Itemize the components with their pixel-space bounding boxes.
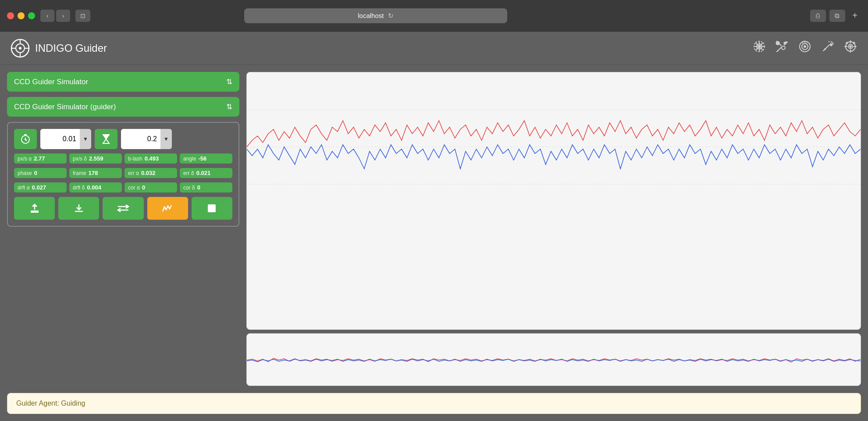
svg-point-18 — [804, 46, 806, 47]
exposure-aggressiveness-row: ▼ ▼ — [14, 129, 232, 149]
secondary-chart — [246, 333, 861, 386]
svg-line-19 — [823, 45, 829, 51]
header-tools: ✱ — [752, 39, 857, 57]
stat-pxs-alpha: px/s α 2.77 — [14, 153, 67, 164]
svg-text:✱: ✱ — [776, 41, 779, 46]
aggressiveness-input-wrap: ▼ — [121, 129, 172, 149]
guide-button[interactable] — [147, 197, 188, 220]
nav-buttons: ‹ › — [40, 10, 70, 22]
swap-button[interactable] — [103, 197, 143, 220]
guider-dropdown-label: CCD Guider Simulator (guider) — [14, 103, 116, 111]
close-traffic-light[interactable] — [7, 12, 14, 19]
logo-icon — [11, 39, 30, 58]
svg-point-38 — [25, 139, 26, 140]
svg-line-24 — [829, 41, 829, 42]
stat-drft-alpha: drft α 0.027 — [14, 182, 67, 193]
stat-grid-row1: px/s α 2.77 px/s δ 2.559 b-lash 0.493 an… — [14, 153, 232, 164]
camera-dropdown[interactable]: CCD Guider Simulator ⇅ — [7, 72, 239, 92]
browser-actions: ⎙ ⧉ + — [810, 10, 861, 22]
minimize-traffic-light[interactable] — [18, 12, 25, 19]
svg-line-14 — [777, 50, 779, 52]
left-panel: CCD Guider Simulator ⇅ CCD Guider Simula… — [7, 72, 239, 386]
stat-drft-delta: drft δ 0.004 — [69, 182, 122, 193]
camera-dropdown-label: CCD Guider Simulator — [14, 78, 88, 86]
timer-button[interactable] — [14, 129, 37, 149]
svg-line-22 — [832, 42, 833, 43]
svg-point-32 — [850, 46, 851, 47]
hourglass-button[interactable] — [95, 129, 117, 149]
exposure-input[interactable] — [40, 129, 80, 149]
status-bar: Guider Agent: Guiding — [7, 393, 861, 414]
svg-point-25 — [824, 48, 826, 50]
url-text: localhost — [358, 12, 384, 19]
app-title: INDIGO Guider — [35, 42, 107, 54]
sidebar-toggle-button[interactable]: ⊡ — [75, 10, 90, 22]
back-button[interactable]: ‹ — [40, 10, 54, 22]
address-bar[interactable]: localhost ↻ — [244, 8, 507, 23]
tools-icon[interactable]: ✱ — [775, 39, 789, 57]
share-button[interactable]: ⎙ — [810, 10, 826, 22]
wand-icon[interactable] — [821, 39, 835, 57]
main-chart-svg — [247, 72, 861, 221]
stat-cor-alpha: cor α 0 — [125, 182, 177, 193]
controls-box: ▼ ▼ px/s α — [7, 122, 239, 227]
svg-point-13 — [782, 46, 785, 50]
aggressiveness-arrow-down[interactable]: ▼ — [160, 129, 172, 149]
reload-button[interactable]: ↻ — [388, 12, 394, 20]
stat-err-delta: err δ 0.021 — [180, 168, 232, 178]
stat-grid-row2: phase 0 frame 178 err α 0.032 err δ 0.02… — [14, 168, 232, 178]
new-tab-button[interactable]: + — [849, 10, 861, 22]
browser-chrome: ‹ › ⊡ localhost ↻ ⎙ ⧉ + — [0, 0, 868, 32]
stat-angle: angle -56 — [180, 153, 232, 164]
stat-grid-row3: drft α 0.027 drft δ 0.004 cor α 0 cor δ … — [14, 182, 232, 193]
aggressiveness-input[interactable] — [121, 129, 160, 149]
upload-button[interactable] — [14, 197, 55, 220]
svg-rect-40 — [208, 204, 216, 212]
app-container: INDIGO Guider — [0, 32, 868, 421]
duplicate-button[interactable]: ⧉ — [829, 10, 845, 22]
stat-err-alpha: err α 0.032 — [125, 168, 177, 178]
target-icon[interactable] — [798, 39, 812, 57]
status-text: Guider Agent: Guiding — [16, 400, 85, 407]
crosshair-icon[interactable] — [843, 39, 857, 57]
exposure-arrow-down[interactable]: ▼ — [80, 129, 91, 149]
stat-pxs-delta: px/s δ 2.559 — [69, 153, 122, 164]
svg-point-33 — [847, 43, 848, 44]
forward-button[interactable]: › — [56, 10, 70, 22]
app-logo: INDIGO Guider — [11, 39, 107, 58]
secondary-chart-svg — [247, 334, 861, 386]
stat-blash: b-lash 0.493 — [125, 153, 177, 164]
right-panel — [246, 72, 861, 386]
download-button[interactable] — [58, 197, 99, 220]
svg-point-34 — [854, 43, 855, 44]
main-chart — [246, 72, 861, 330]
main-content: CCD Guider Simulator ⇅ CCD Guider Simula… — [0, 65, 868, 393]
guider-dropdown[interactable]: CCD Guider Simulator (guider) ⇅ — [7, 97, 239, 117]
svg-point-2 — [19, 47, 21, 50]
stat-cor-delta: cor δ 0 — [180, 182, 232, 193]
traffic-lights — [7, 12, 35, 19]
fullscreen-traffic-light[interactable] — [28, 12, 35, 19]
network-icon[interactable] — [752, 39, 766, 57]
app-header: INDIGO Guider — [0, 32, 868, 65]
stop-button[interactable] — [192, 197, 232, 220]
action-buttons — [14, 197, 232, 220]
guider-dropdown-arrow: ⇅ — [226, 102, 232, 111]
exposure-input-wrap: ▼ — [40, 129, 91, 149]
stat-phase: phase 0 — [14, 168, 67, 178]
camera-dropdown-arrow: ⇅ — [226, 77, 232, 86]
svg-marker-20 — [829, 43, 833, 46]
stat-frame: frame 178 — [69, 168, 122, 178]
